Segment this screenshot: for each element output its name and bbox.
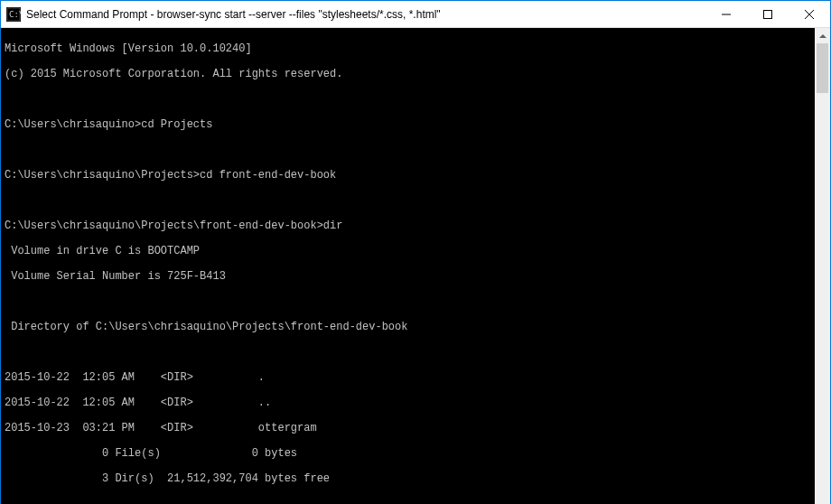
terminal-line: Directory of C:\Users\chrisaquino\Projec…: [5, 321, 811, 333]
terminal-line: [5, 93, 811, 106]
minimize-button[interactable]: [705, 1, 747, 28]
terminal-line: [5, 144, 811, 156]
window-title: Select Command Prompt - browser-sync sta…: [26, 8, 705, 21]
scroll-thumb[interactable]: [817, 43, 828, 93]
terminal-line: Microsoft Windows [Version 10.0.10240]: [5, 42, 811, 55]
prompt: C:\Users\chrisaquino>: [5, 118, 141, 131]
terminal-line: 2015-10-23 03:21 PM <DIR> ottergram: [5, 422, 811, 434]
terminal-line: C:\Users\chrisaquino>cd Projects: [5, 118, 811, 131]
maximize-button[interactable]: [747, 1, 789, 28]
terminal-line: C:\Users\chrisaquino\Projects\front-end-…: [5, 219, 811, 232]
command: cd Projects: [141, 118, 212, 131]
window: C:\ Select Command Prompt - browser-sync…: [0, 0, 831, 504]
terminal-line: 3 Dir(s) 21,512,392,704 bytes free: [5, 472, 811, 485]
scrollbar[interactable]: [815, 28, 830, 504]
terminal-line: Volume in drive C is BOOTCAMP: [5, 245, 811, 257]
terminal-line: [5, 498, 811, 504]
terminal-line: 0 File(s) 0 bytes: [5, 447, 811, 460]
terminal-line: (c) 2015 Microsoft Corporation. All righ…: [5, 68, 811, 80]
titlebar: C:\ Select Command Prompt - browser-sync…: [1, 1, 830, 28]
terminal-line: [5, 194, 811, 207]
terminal-line: 2015-10-22 12:05 AM <DIR> .: [5, 371, 811, 384]
svg-text:C:\: C:\: [9, 10, 21, 19]
scroll-track[interactable]: [815, 43, 830, 504]
close-button[interactable]: [789, 1, 830, 28]
prompt: C:\Users\chrisaquino\Projects\front-end-…: [5, 219, 323, 232]
terminal-line: [5, 295, 811, 308]
terminal-line: [5, 346, 811, 359]
command: cd front-end-dev-book: [200, 169, 336, 182]
scroll-up-button[interactable]: [815, 28, 830, 43]
command: dir: [323, 219, 343, 232]
svg-rect-4: [764, 10, 772, 18]
terminal-line: C:\Users\chrisaquino\Projects>cd front-e…: [5, 169, 811, 182]
terminal-area: Microsoft Windows [Version 10.0.10240] (…: [1, 28, 830, 504]
terminal-content[interactable]: Microsoft Windows [Version 10.0.10240] (…: [1, 28, 815, 504]
terminal-line: 2015-10-22 12:05 AM <DIR> ..: [5, 397, 811, 409]
terminal-line: Volume Serial Number is 725F-B413: [5, 270, 811, 283]
titlebar-buttons: [705, 1, 830, 28]
cmd-icon: C:\: [6, 7, 21, 22]
prompt: C:\Users\chrisaquino\Projects>: [5, 169, 200, 182]
